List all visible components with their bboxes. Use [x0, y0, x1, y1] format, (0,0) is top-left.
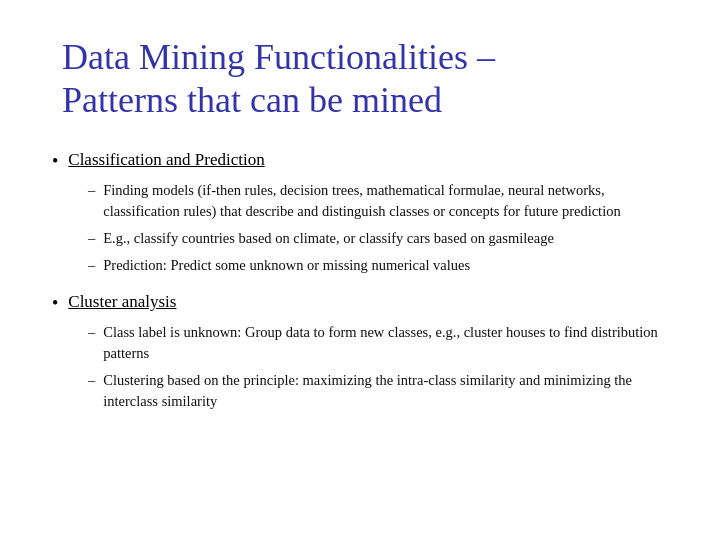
sub-item-1-2: – E.g., classify countries based on clim… [88, 228, 668, 249]
sub-dash-1-1: – [88, 180, 95, 201]
sub-item-1-3: – Prediction: Predict some unknown or mi… [88, 255, 668, 276]
bullet-dot-1: • [52, 151, 58, 172]
sub-items-1: – Finding models (if-then rules, decisio… [52, 180, 668, 276]
sub-dash-2-1: – [88, 322, 95, 343]
bullet-label-2: Cluster analysis [68, 292, 176, 312]
bullet-main-1: • Classification and Prediction [52, 150, 668, 172]
slide-title: Data Mining Functionalities – Patterns t… [52, 36, 668, 122]
slide-content: • Classification and Prediction – Findin… [52, 150, 668, 504]
slide: Data Mining Functionalities – Patterns t… [0, 0, 720, 540]
bullet-item-2: • Cluster analysis – Class label is unkn… [52, 292, 668, 412]
sub-item-2-1: – Class label is unknown: Group data to … [88, 322, 668, 364]
sub-text-2-2: Clustering based on the principle: maxim… [103, 370, 668, 412]
sub-dash-1-3: – [88, 255, 95, 276]
bullet-item-1: • Classification and Prediction – Findin… [52, 150, 668, 276]
sub-text-1-1: Finding models (if-then rules, decision … [103, 180, 668, 222]
bullet-label-1: Classification and Prediction [68, 150, 264, 170]
sub-text-1-3: Prediction: Predict some unknown or miss… [103, 255, 668, 276]
sub-items-2: – Class label is unknown: Group data to … [52, 322, 668, 412]
sub-item-1-1: – Finding models (if-then rules, decisio… [88, 180, 668, 222]
sub-text-1-2: E.g., classify countries based on climat… [103, 228, 668, 249]
sub-dash-1-2: – [88, 228, 95, 249]
bullet-main-2: • Cluster analysis [52, 292, 668, 314]
bullet-dot-2: • [52, 293, 58, 314]
sub-item-2-2: – Clustering based on the principle: max… [88, 370, 668, 412]
sub-text-2-1: Class label is unknown: Group data to fo… [103, 322, 668, 364]
sub-dash-2-2: – [88, 370, 95, 391]
